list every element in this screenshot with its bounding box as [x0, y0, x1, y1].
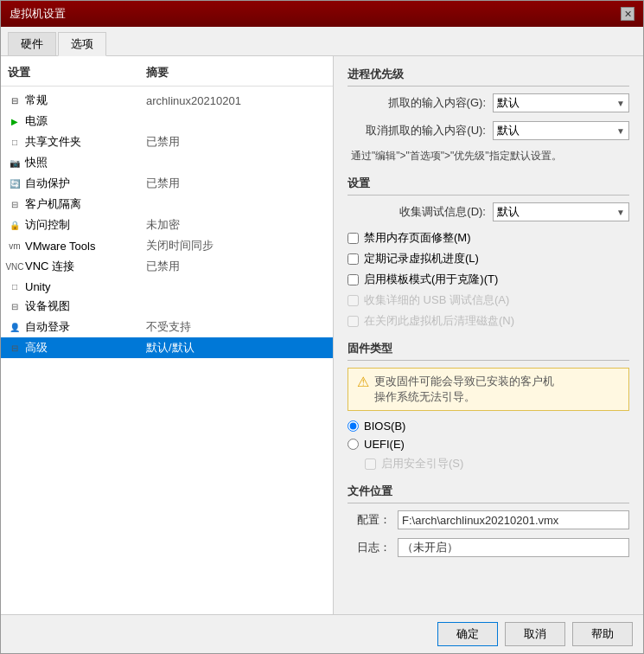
setting-item-2[interactable]: □ 共享文件夹 已禁用 — [1, 131, 333, 152]
setting-icon-10: ⊟ — [8, 299, 22, 313]
section-title-settings: 设置 — [348, 176, 629, 196]
setting-icon-7: vm — [8, 239, 22, 253]
window-title: 虚拟机设置 — [10, 6, 66, 22]
bios-radio-row: BIOS(B) — [348, 420, 629, 433]
setting-value-7: 关闭时间同步 — [146, 238, 326, 253]
tab-bar: 硬件 选项 — [1, 27, 643, 56]
checkbox-memory: 禁用内存页面修整(M) — [348, 230, 629, 246]
checkbox-log-label: 定期记录虚拟机进度(L) — [364, 251, 479, 266]
setting-item-11[interactable]: 👤 自动登录 不受支持 — [1, 317, 333, 337]
setting-icon-12: ⊟ — [8, 341, 22, 355]
bottom-bar: 确定 取消 帮助 — [1, 614, 643, 653]
setting-label-9: Unity — [25, 280, 51, 293]
setting-name-11: 👤 自动登录 — [8, 319, 146, 335]
uefi-radio[interactable] — [348, 439, 359, 450]
bios-radio[interactable] — [348, 420, 359, 432]
checkbox-template-input[interactable] — [348, 274, 359, 285]
checkbox-disk-label: 在关闭此虚拟机后清理磁盘(N) — [364, 313, 514, 329]
setting-label-2: 共享文件夹 — [25, 134, 81, 150]
checkbox-usb: 收集详细的 USB 调试信息(A) — [348, 292, 629, 308]
setting-item-6[interactable]: 🔒 访问控制 未加密 — [1, 215, 333, 235]
firmware-warning: ⚠ 更改固件可能会导致已安装的客户机操作系统无法引导。 — [348, 368, 629, 411]
confirm-button[interactable]: 确定 — [437, 622, 498, 646]
section-title-file: 文件位置 — [348, 484, 629, 503]
setting-value-0: archlinux20210201 — [146, 94, 326, 107]
secure-boot-label: 启用安全引导(S) — [381, 456, 463, 471]
setting-label-7: VMware Tools — [25, 240, 95, 253]
content-area: 设置 摘要 ⊟ 常规 archlinux20210201 ▶ 电源 □ 共享文件… — [1, 56, 643, 614]
tab-options[interactable]: 选项 — [58, 32, 106, 56]
setting-item-12[interactable]: ⊟ 高级 默认/默认 — [1, 337, 333, 358]
firmware-section: 固件类型 ⚠ 更改固件可能会导致已安装的客户机操作系统无法引导。 BIOS(B)… — [348, 341, 629, 471]
log-label: 日志： — [348, 540, 391, 555]
setting-item-1[interactable]: ▶ 电源 — [1, 111, 333, 131]
setting-name-7: vm VMware Tools — [8, 239, 146, 253]
debug-info-row: 收集调试信息(D): 默认 ▼ — [348, 202, 629, 221]
checkbox-log-input[interactable] — [348, 253, 359, 265]
setting-name-10: ⊟ 设备视图 — [8, 298, 146, 314]
setting-label-6: 访问控制 — [25, 217, 70, 233]
log-file-row: 日志： （未开启） — [348, 538, 629, 557]
checkbox-disk-input — [348, 316, 359, 327]
warning-text: 更改固件可能会导致已安装的客户机操作系统无法引导。 — [374, 374, 554, 405]
setting-icon-3: 📷 — [8, 156, 22, 170]
main-window: 虚拟机设置 ✕ 硬件 选项 设置 摘要 ⊟ 常规 archlinux202102… — [0, 0, 644, 654]
setting-name-1: ▶ 电源 — [8, 113, 146, 129]
setting-item-7[interactable]: vm VMware Tools 关闭时间同步 — [1, 235, 333, 256]
uncapture-input-row: 取消抓取的输入内容(U): 默认 ▼ — [348, 121, 629, 140]
uefi-label: UEFI(E) — [364, 438, 405, 451]
secure-boot-input — [365, 458, 376, 470]
setting-value-2: 已禁用 — [146, 134, 326, 150]
title-bar-buttons: ✕ — [621, 7, 634, 21]
uncapture-select[interactable]: 默认 ▼ — [493, 121, 629, 140]
setting-label-5: 客户机隔离 — [25, 196, 81, 212]
close-button[interactable]: ✕ — [621, 7, 634, 21]
debug-select[interactable]: 默认 ▼ — [493, 202, 629, 221]
capture-arrow-icon: ▼ — [616, 99, 625, 108]
setting-name-0: ⊟ 常规 — [8, 93, 146, 108]
setting-label-1: 电源 — [25, 113, 48, 129]
cancel-button[interactable]: 取消 — [505, 622, 565, 646]
setting-label-8: VNC 连接 — [25, 259, 74, 274]
setting-name-2: □ 共享文件夹 — [8, 134, 146, 150]
checkbox-usb-input — [348, 295, 359, 306]
header-summary: 摘要 — [146, 65, 326, 80]
setting-item-9[interactable]: □ Unity — [1, 277, 333, 296]
section-title-firmware: 固件类型 — [348, 341, 629, 361]
setting-value-4: 已禁用 — [146, 176, 326, 191]
help-button[interactable]: 帮助 — [572, 622, 633, 646]
config-value: F:\arch\archlinux20210201.vmx — [402, 514, 558, 527]
process-priority-section: 进程优先级 抓取的输入内容(G): 默认 ▼ 取消抓取的输入内容(U): 默认 … — [348, 67, 629, 164]
setting-item-10[interactable]: ⊟ 设备视图 — [1, 296, 333, 317]
debug-arrow-icon: ▼ — [616, 208, 625, 217]
list-header: 设置 摘要 — [1, 63, 333, 87]
setting-item-4[interactable]: 🔄 自动保护 已禁用 — [1, 173, 333, 194]
setting-value-8: 已禁用 — [146, 259, 326, 274]
setting-name-12: ⊟ 高级 — [8, 340, 146, 356]
setting-item-0[interactable]: ⊟ 常规 archlinux20210201 — [1, 90, 333, 111]
checkbox-memory-input[interactable] — [348, 233, 359, 244]
setting-label-10: 设备视图 — [25, 298, 70, 314]
setting-icon-0: ⊟ — [8, 93, 22, 107]
capture-label: 抓取的输入内容(G): — [348, 95, 486, 111]
setting-icon-6: 🔒 — [8, 218, 22, 232]
priority-hint: 通过"编辑">"首选项">"优先级"指定默认设置。 — [348, 149, 629, 164]
setting-icon-2: □ — [8, 135, 22, 149]
setting-icon-1: ▶ — [8, 114, 22, 128]
warning-icon: ⚠ — [357, 374, 369, 390]
setting-name-4: 🔄 自动保护 — [8, 176, 146, 191]
checkbox-template-label: 启用模板模式(用于克隆)(T) — [364, 272, 498, 287]
log-value: （未开启） — [402, 540, 458, 555]
setting-icon-9: □ — [8, 279, 22, 293]
setting-item-8[interactable]: VNC VNC 连接 已禁用 — [1, 256, 333, 277]
capture-value: 默认 — [497, 95, 520, 111]
setting-item-5[interactable]: ⊟ 客户机隔离 — [1, 194, 333, 215]
setting-label-12: 高级 — [25, 340, 48, 356]
setting-name-5: ⊟ 客户机隔离 — [8, 196, 146, 212]
setting-item-3[interactable]: 📷 快照 — [1, 152, 333, 173]
tab-hardware[interactable]: 硬件 — [8, 32, 56, 55]
config-label: 配置： — [348, 512, 391, 528]
title-bar: 虚拟机设置 ✕ — [1, 1, 643, 27]
checkbox-log: 定期记录虚拟机进度(L) — [348, 251, 629, 266]
capture-select[interactable]: 默认 ▼ — [493, 93, 629, 112]
